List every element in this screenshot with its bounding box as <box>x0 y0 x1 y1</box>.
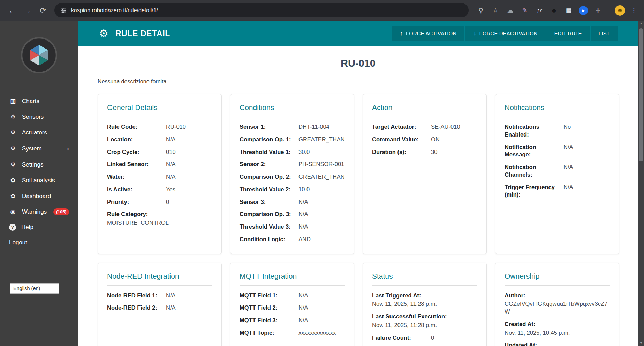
field-value: No <box>563 123 610 131</box>
sidebar-item-actuators[interactable]: ⚙ Actuators <box>0 125 78 140</box>
pen-icon[interactable]: ✎ <box>520 6 529 15</box>
card-fields: Node-RED Field 1: N/A Node-RED Field 2: … <box>107 292 212 312</box>
scroll-down-arrow-icon[interactable]: ▼ <box>638 340 644 346</box>
field-label: Notification Message: <box>505 143 563 159</box>
bookmark-star-icon[interactable]: ☆ <box>491 6 500 15</box>
zoom-icon[interactable]: ⚲ <box>476 6 485 15</box>
field-value: 30.0 <box>298 148 345 156</box>
field-row: Water: N/A <box>107 173 212 181</box>
gear-icon: ⚙ <box>9 161 17 168</box>
edit-rule-button[interactable]: EDIT RULE <box>546 26 590 41</box>
sidebar-item-label: Settings <box>22 161 43 168</box>
back-button[interactable]: ← <box>5 3 20 18</box>
scroll-up-arrow-icon[interactable]: ▲ <box>638 21 644 27</box>
cards-grid: General Details Rule Code: RU-010 Locati… <box>98 94 619 346</box>
field-row: Crop Cycle: 010 <box>107 148 212 156</box>
sidebar-item-system[interactable]: ⚙ System › <box>0 140 78 157</box>
card-fields: Target Actuator: SE-AU-010 Command Value… <box>372 123 477 156</box>
page-header-title: RULE DETAIL <box>115 29 170 38</box>
field-value: RU-010 <box>166 123 212 131</box>
card-action: Action Target Actuator: SE-AU-010 Comman… <box>363 94 487 254</box>
language-select[interactable]: English (en) <box>10 283 59 294</box>
sidebar-item-charts[interactable]: ▥ Charts <box>0 93 78 109</box>
card-fields: Last Triggered At: Nov. 11, 2025, 11:28 … <box>372 292 477 342</box>
scrollbar-thumb[interactable] <box>639 28 643 161</box>
card-general-details: General Details Rule Code: RU-010 Locati… <box>98 94 222 254</box>
field-label: Duration (s): <box>372 148 431 156</box>
field-label: Crop Cycle: <box>107 148 166 156</box>
soil-icon: ✿ <box>9 192 17 200</box>
dark-circle-icon[interactable]: ● <box>550 6 559 15</box>
field-label: Target Actuator: <box>372 123 431 131</box>
card-fields: Author: CGZefVQvFfGKqqwuu1iTbWpqxvv3cZ7W… <box>505 292 610 346</box>
reload-button[interactable]: ⟳ <box>36 3 50 18</box>
field-label: Last Triggered At: <box>372 292 425 299</box>
field-row: Updated At: Nov. 14, 2025, 10:55 p.m. <box>505 341 610 346</box>
force-deactivation-button[interactable]: ↓ FORCE DEACTIVATION <box>465 26 545 41</box>
field-value: N/A <box>166 292 212 300</box>
field-row: MQTT Field 2: N/A <box>240 304 345 312</box>
site-settings-icon[interactable] <box>61 7 67 14</box>
field-value: 010 <box>166 148 212 156</box>
force-activation-button[interactable]: ↑ FORCE ACTIVATION <box>392 26 465 41</box>
profile-avatar[interactable]: ☻ <box>615 5 625 16</box>
field-row: Failure Count: 0 <box>372 334 477 342</box>
field-row: Threshold Value 1: 30.0 <box>240 148 345 156</box>
header-actions: ↑ FORCE ACTIVATION ↓ FORCE DEACTIVATION … <box>392 26 618 41</box>
field-row: Condition Logic: AND <box>240 236 345 243</box>
sidebar-item-logout[interactable]: Logout <box>0 235 78 250</box>
extensions-puzzle-icon[interactable]: ✛ <box>593 6 603 15</box>
field-label: Is Active: <box>107 186 166 193</box>
field-label: Rule Code: <box>107 123 166 131</box>
card-fields: MQTT Field 1: N/A MQTT Field 2: N/A MQTT… <box>240 292 345 337</box>
field-label: Last Successful Execution: <box>372 313 450 319</box>
address-bar[interactable]: kaspian.robotdazero.it/rule/detail/1/ <box>54 3 469 17</box>
field-row: Rule Category: MOISTURE_CONTROL <box>107 211 212 227</box>
list-button[interactable]: LIST <box>591 26 618 41</box>
sidebar-item-settings[interactable]: ⚙ Settings <box>0 157 78 172</box>
app-logo[interactable] <box>21 37 58 74</box>
field-value: N/A <box>298 317 345 324</box>
video-play-icon[interactable]: ▶ <box>579 6 588 15</box>
toolbar-separator <box>609 6 609 15</box>
field-label: MQTT Field 2: <box>240 304 298 312</box>
field-row: Notifications Enabled: No <box>505 123 610 139</box>
card-title: Action <box>372 103 477 117</box>
field-label: MQTT Topic: <box>240 329 298 337</box>
warning-count-badge: (105) <box>53 208 69 215</box>
field-row: Linked Sensor: N/A <box>107 161 212 168</box>
qr-icon[interactable]: ▦ <box>564 6 573 15</box>
field-row: Node-RED Field 1: N/A <box>107 292 212 300</box>
sidebar-item-help[interactable]: ? Help <box>0 220 78 235</box>
sidebar-item-soil-analysis[interactable]: ✿ Soil analysis <box>0 172 78 188</box>
logo-icon <box>21 37 58 74</box>
page-content: RU-010 Nessuna descrizione fornita Gener… <box>78 46 638 346</box>
button-label: FORCE ACTIVATION <box>406 31 456 36</box>
card-ownership: Ownership Author: CGZefVQvFfGKqqwuu1iTbW… <box>495 263 619 346</box>
arrow-up-icon: ↑ <box>400 30 403 37</box>
sidebar-item-dashboard[interactable]: ✿ Dashboard <box>0 188 78 204</box>
field-value: N/A <box>298 211 345 218</box>
sidebar-item-warnings[interactable]: ◉ Warnings (105) <box>0 204 78 220</box>
menu-kebab-icon[interactable]: ⋮ <box>629 6 639 14</box>
sidebar-nav: ▥ Charts ⚙ Sensors ⚙ Actuators ⚙ System … <box>0 93 78 250</box>
field-value: xxxxxxxxxxxxx <box>298 329 345 337</box>
field-value: N/A <box>563 163 610 171</box>
field-row: Is Active: Yes <box>107 186 212 193</box>
forward-button[interactable]: → <box>20 3 35 18</box>
cloud-icon[interactable]: ☁ <box>506 6 515 15</box>
sidebar-item-label: Warnings <box>22 208 47 215</box>
field-value: N/A <box>166 304 212 312</box>
field-label: Water: <box>107 173 166 181</box>
card-title: General Details <box>107 103 212 117</box>
field-label: Comparison Op. 1: <box>240 136 298 143</box>
field-value: N/A <box>166 136 212 143</box>
field-label: Failure Count: <box>372 334 431 342</box>
main-area: ⚙ RULE DETAIL ↑ FORCE ACTIVATION ↓ FORCE… <box>78 21 638 346</box>
toolbar-extension-icons: ⚲☆☁✎ƒx●▦▶✛ <box>476 6 603 15</box>
sidebar-item-label: System <box>22 145 42 152</box>
field-row: Trigger Frequency (min): N/A <box>505 184 610 199</box>
sidebar-item-sensors[interactable]: ⚙ Sensors <box>0 109 78 125</box>
fx-icon[interactable]: ƒx <box>535 6 544 15</box>
field-label: Notifications Enabled: <box>505 123 563 139</box>
